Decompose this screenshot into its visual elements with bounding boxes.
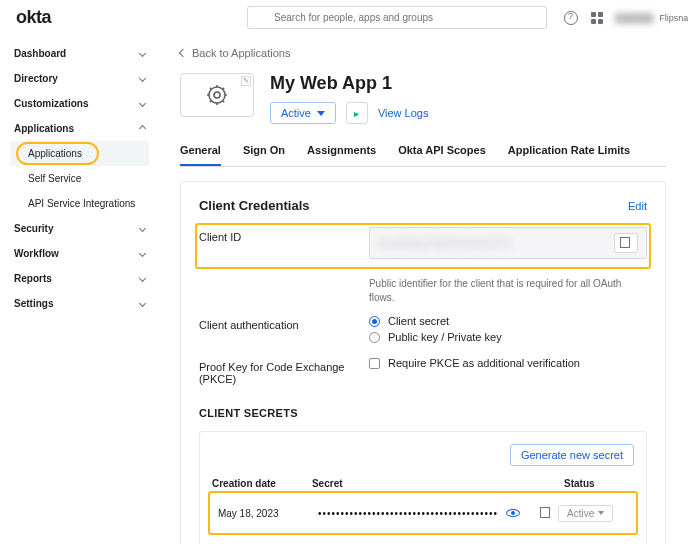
radio-icon (369, 332, 380, 343)
okta-logo: okta (16, 7, 51, 28)
secret-date: May 18, 2023 (218, 508, 318, 519)
sidebar-item-workflow[interactable]: Workflow (10, 241, 149, 266)
view-logs-link[interactable]: View Logs (378, 107, 429, 119)
panel-title: Client Credentials (199, 198, 310, 213)
help-icon[interactable] (563, 10, 579, 26)
caret-down-icon (317, 111, 325, 116)
client-credentials-panel: Client Credentials Edit Client ID 0oa9f8… (180, 181, 666, 544)
sidebar: Dashboard Directory Customizations Appli… (0, 35, 160, 544)
tab-okta-api-scopes[interactable]: Okta API Scopes (398, 138, 486, 166)
copy-secret-button[interactable] (534, 503, 558, 523)
app-title: My Web App 1 (270, 73, 429, 94)
back-link[interactable]: Back to Applications (180, 47, 290, 59)
tab-assignments[interactable]: Assignments (307, 138, 376, 166)
radio-icon (369, 316, 380, 327)
client-secrets-title: CLIENT SECRETS (199, 407, 647, 419)
logs-icon[interactable]: ▸ (346, 102, 368, 124)
copy-client-id-button[interactable] (614, 233, 638, 253)
svg-point-1 (209, 87, 225, 103)
edit-logo-icon[interactable]: ✎ (241, 76, 251, 86)
client-id-label: Client ID (199, 227, 369, 259)
secret-status-button[interactable]: Active (558, 505, 613, 522)
radio-public-key[interactable]: Public key / Private key (369, 331, 647, 343)
col-status: Status (564, 478, 634, 489)
sidebar-item-applications[interactable]: Applications (10, 116, 149, 141)
secret-masked: •••••••••••••••••••••••••••••••••••••••• (318, 508, 498, 519)
sidebar-item-security[interactable]: Security (10, 216, 149, 241)
app-logo[interactable]: ✎ (180, 73, 254, 117)
sidebar-sub-self-service[interactable]: Self Service (10, 166, 149, 191)
copy-icon (622, 239, 630, 248)
arrow-left-icon (179, 49, 187, 57)
pkce-label: Proof Key for Code Exchange (PKCE) (199, 357, 369, 385)
client-auth-label: Client authentication (199, 315, 369, 347)
edit-link[interactable]: Edit (628, 200, 647, 212)
gear-icon (205, 83, 229, 107)
sidebar-item-customizations[interactable]: Customizations (10, 91, 149, 116)
client-id-help: Public identifier for the client that is… (369, 277, 647, 305)
sidebar-sub-api-service[interactable]: API Service Integrations (10, 191, 149, 216)
tabs: General Sign On Assignments Okta API Sco… (180, 138, 666, 167)
apps-grid-icon[interactable] (589, 10, 605, 26)
checkbox-icon (369, 358, 380, 369)
sidebar-item-dashboard[interactable]: Dashboard (10, 41, 149, 66)
search-input[interactable] (247, 6, 547, 29)
tab-rate-limits[interactable]: Application Rate Limits (508, 138, 630, 166)
secret-row: May 18, 2023 •••••••••••••••••••••••••••… (218, 497, 628, 529)
sidebar-item-reports[interactable]: Reports (10, 266, 149, 291)
radio-client-secret[interactable]: Client secret (369, 315, 647, 327)
client-id-field: 0oa9f8g7h6j5k4l3m2n1 (369, 227, 647, 259)
caret-down-icon (598, 511, 604, 515)
generate-secret-button[interactable]: Generate new secret (510, 444, 634, 466)
sidebar-item-directory[interactable]: Directory (10, 66, 149, 91)
org-name: Flipsnack (659, 13, 688, 23)
active-status-button[interactable]: Active (270, 102, 336, 124)
tab-sign-on[interactable]: Sign On (243, 138, 285, 166)
tab-general[interactable]: General (180, 138, 221, 166)
checkbox-pkce[interactable]: Require PKCE as additional verification (369, 357, 647, 369)
user-menu[interactable]: ██████ Flipsnack (615, 13, 688, 23)
reveal-secret-icon[interactable] (506, 509, 520, 517)
col-secret: Secret (312, 478, 564, 489)
client-secrets-panel: Generate new secret Creation date Secret… (199, 431, 647, 544)
svg-point-0 (214, 92, 220, 98)
col-creation-date: Creation date (212, 478, 312, 489)
sidebar-item-settings[interactable]: Settings (10, 291, 149, 316)
copy-icon (542, 509, 550, 518)
sidebar-sub-applications[interactable]: Applications (10, 141, 149, 166)
client-id-value: 0oa9f8g7h6j5k4l3m2n1 (378, 237, 608, 249)
